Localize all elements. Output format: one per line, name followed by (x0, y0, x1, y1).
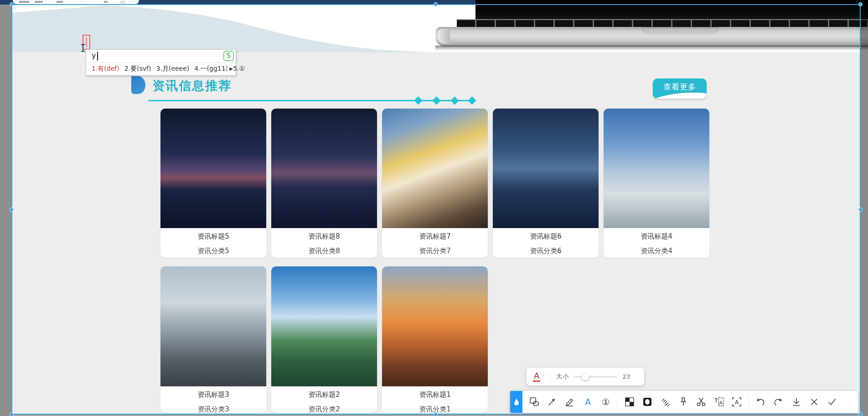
pushpin-tool-button[interactable] (678, 396, 689, 407)
toolbar-separator (749, 397, 749, 407)
droplet-icon (514, 398, 519, 406)
step-number-tool-button[interactable]: ① (600, 396, 611, 407)
toolbar-mark (57, 1, 63, 3)
toolbar-mark (104, 1, 108, 3)
laptop-shadow (435, 46, 868, 51)
scissors-tool-button[interactable] (696, 396, 707, 407)
ime-candidate[interactable]: 1.有(def) (92, 65, 119, 72)
news-card[interactable]: 资讯标题4 资讯分类4 (604, 109, 709, 258)
card-image (382, 109, 488, 228)
size-label: 大小 (556, 373, 569, 381)
news-card[interactable]: 资讯标题8 资讯分类8 (271, 109, 377, 258)
ocr-tool-button[interactable]: A (731, 396, 742, 407)
sogou-ime-logo-icon: S (223, 51, 234, 61)
section-logo-icon (131, 76, 145, 94)
svg-text:A: A (719, 400, 723, 406)
view-more-label: 查看更多 (653, 82, 707, 92)
mosaic-tool-button[interactable] (624, 396, 635, 407)
ime-candidate[interactable]: 2.要(svf) (124, 65, 151, 72)
ime-prev-page-icon[interactable]: ◀ (224, 66, 228, 71)
section-divider-line (148, 100, 473, 101)
news-card[interactable]: 资讯标题5 资讯分类5 (160, 109, 266, 258)
text-tool-button-active[interactable]: A (583, 396, 594, 407)
confirm-button[interactable] (827, 396, 837, 407)
toolbar-separator (617, 397, 618, 407)
selection-handle-top-left[interactable] (10, 2, 14, 6)
selection-handle-bottom-center[interactable] (434, 412, 438, 416)
download-button[interactable] (791, 396, 802, 407)
undo-button[interactable] (755, 396, 766, 407)
card-category: 资讯分类8 (271, 247, 377, 255)
font-color-button[interactable]: A (533, 371, 540, 382)
panel-divider (550, 372, 551, 381)
card-category: 资讯分类4 (604, 247, 709, 255)
shapes-tool-button[interactable] (529, 396, 540, 407)
screen: 资讯信息推荐 查看更多 资讯标题5 资讯分类5 资讯标题8 资讯分类8 资讯标题… (0, 0, 868, 416)
pencil-tool-button[interactable] (564, 396, 575, 407)
redo-button[interactable] (773, 396, 784, 407)
selection-handle-mid-right[interactable] (858, 208, 863, 212)
pin-to-screen-button[interactable] (510, 391, 522, 413)
card-image (493, 109, 599, 228)
card-title: 资讯标题3 (160, 390, 266, 399)
section-title: 资讯信息推荐 (152, 78, 232, 94)
news-card[interactable]: 资讯标题6 资讯分类6 (493, 109, 599, 258)
size-slider[interactable] (574, 376, 617, 378)
news-card[interactable]: 资讯标题7 资讯分类7 (382, 109, 488, 258)
text-replace-tool-button[interactable]: A (713, 396, 724, 407)
ime-candidate[interactable]: 4.一(gg11) (194, 65, 228, 72)
size-slider-knob[interactable] (582, 373, 589, 380)
ime-candidate[interactable]: 5.① (233, 65, 245, 72)
floating-toolbar-fragment (13, 0, 139, 4)
card-image (271, 109, 377, 228)
toolbar-mark (35, 1, 43, 3)
ibeam-cursor (80, 44, 86, 52)
card-title: 资讯标题5 (160, 232, 266, 241)
chevron-down-icon[interactable]: ˅ (542, 374, 545, 380)
toolbar-mark (19, 1, 29, 3)
ime-divider (86, 62, 236, 63)
ime-composition: y (92, 51, 96, 60)
view-more-button[interactable]: 查看更多 (653, 78, 707, 99)
arrow-tool-button[interactable] (547, 396, 558, 407)
card-image (271, 266, 377, 386)
card-category: 资讯分类5 (160, 247, 266, 255)
selection-handle-top-center[interactable] (434, 2, 438, 6)
ime-caret (97, 52, 98, 61)
toolbar-mark (120, 1, 125, 3)
card-title: 资讯标题4 (604, 232, 709, 241)
laptop-trackpad-notch (642, 27, 718, 35)
card-image (160, 266, 266, 386)
selection-handle-bottom-left[interactable] (10, 412, 14, 416)
annotation-toolbar: A ① A A (510, 391, 858, 413)
ime-panel[interactable]: y S 1.有(def)2.要(svf)3.月(eeee)4.一(gg11)5.… (86, 49, 236, 76)
news-card[interactable]: 资讯标题1 资讯分类1 (382, 266, 488, 413)
card-category: 资讯分类1 (382, 405, 488, 413)
laptop-image (475, 0, 868, 21)
card-image (604, 109, 709, 228)
annotation-text-caret (86, 37, 87, 47)
card-title: 资讯标题8 (271, 232, 377, 241)
card-image (382, 266, 488, 386)
news-card[interactable]: 资讯标题3 资讯分类3 (160, 266, 266, 413)
ime-next-page-icon[interactable]: ▶ (229, 66, 233, 71)
ime-pager: ◀▶ (224, 66, 233, 71)
selection-handle-top-right[interactable] (858, 2, 863, 6)
news-card[interactable]: 资讯标题2 资讯分类2 (271, 266, 377, 413)
font-options-panel: A ˅ 大小 23 (527, 368, 644, 385)
close-button[interactable] (809, 396, 820, 407)
blur-tool-button[interactable] (642, 396, 653, 407)
selection-handle-mid-left[interactable] (10, 208, 14, 212)
selection-handle-bottom-right[interactable] (858, 412, 863, 416)
laptop-deck-corner (438, 29, 450, 44)
card-title: 资讯标题6 (493, 232, 599, 241)
ime-candidate[interactable]: 3.月(eeee) (156, 65, 190, 72)
card-category: 资讯分类2 (271, 405, 377, 413)
laptop-keyboard (457, 19, 868, 27)
svg-text:A: A (735, 399, 739, 406)
size-value: 23 (623, 373, 630, 380)
card-title: 资讯标题1 (382, 390, 488, 399)
card-category: 资讯分类6 (493, 247, 599, 255)
hatch-tool-button[interactable] (660, 396, 671, 407)
card-category: 资讯分类7 (382, 247, 488, 255)
